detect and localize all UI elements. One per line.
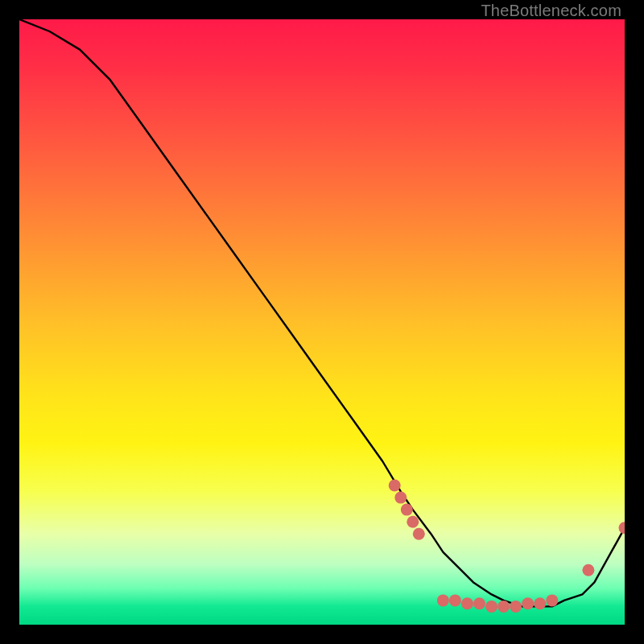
marker-dot [534,597,546,609]
plot-area [19,19,625,625]
marker-dot [449,594,461,606]
marker-dot [401,504,413,516]
markers-group [389,480,625,613]
marker-dot [485,601,497,613]
marker-dot [497,601,510,613]
marker-dot [473,597,485,609]
marker-dot [461,597,473,609]
watermark-text: TheBottleneck.com [481,2,621,20]
chart-svg [19,19,625,625]
marker-dot [437,594,449,606]
marker-dot [619,522,625,534]
marker-dot [407,516,419,528]
marker-dot [582,564,594,576]
marker-dot [510,601,522,613]
marker-dot [522,597,534,609]
marker-dot [394,492,407,504]
chart-frame: TheBottleneck.com [0,0,644,644]
marker-dot [389,480,401,492]
marker-dot [546,594,558,606]
marker-dot [413,528,425,540]
curve-path [19,19,625,606]
